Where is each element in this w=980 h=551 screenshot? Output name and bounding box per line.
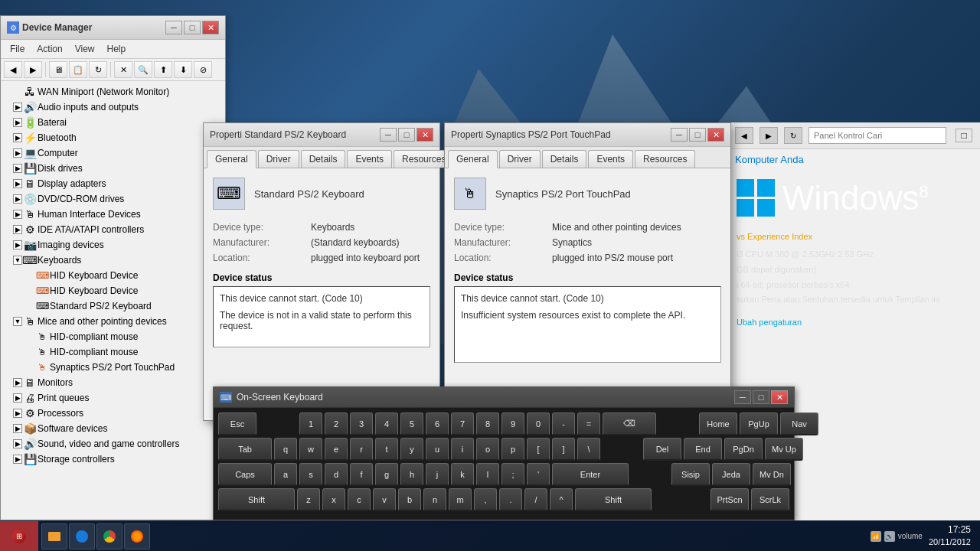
tb-properties[interactable]: 📋 <box>69 61 87 78</box>
tab-details-keyboard[interactable]: Details <box>301 150 346 168</box>
prop-maximize-keyboard[interactable]: □ <box>398 128 415 142</box>
expander-keyboards[interactable]: ▼ <box>13 256 22 265</box>
cp-change-settings-link[interactable]: Ubah pengaturan <box>737 317 971 328</box>
key-t[interactable]: t <box>375 438 398 461</box>
tb-rollback[interactable]: ⬇ <box>174 61 192 78</box>
tree-item-mice[interactable]: ▼ 🖱 Mice and other pointing devices <box>1 314 225 329</box>
tab-events-keyboard[interactable]: Events <box>347 150 392 168</box>
tree-item-wan[interactable]: 🖧 WAN Miniport (Network Monitor) <box>1 84 225 99</box>
tb-device-manager[interactable]: 🖥 <box>49 61 67 78</box>
cp-back-button[interactable]: ◀ <box>735 127 753 144</box>
prop-minimize-keyboard[interactable]: ─ <box>380 128 397 142</box>
key-mvdn[interactable]: Mv Dn <box>753 463 791 486</box>
key-7[interactable]: 7 <box>451 412 474 435</box>
menu-file[interactable]: File <box>4 41 31 57</box>
cp-forward-button[interactable]: ▶ <box>760 127 778 144</box>
expander-computer[interactable]: ▶ <box>13 148 22 158</box>
key-8[interactable]: 8 <box>476 412 499 435</box>
device-manager-maximize[interactable]: □ <box>184 21 201 34</box>
key-5[interactable]: 5 <box>400 412 423 435</box>
key-0[interactable]: 0 <box>527 412 550 435</box>
tree-item-hid-mouse-1[interactable]: 🖱 HID-compliant mouse <box>1 329 225 344</box>
tb-scan[interactable]: 🔍 <box>134 61 152 78</box>
taskbar-file-explorer[interactable] <box>41 523 67 549</box>
key-minus[interactable]: - <box>552 412 575 435</box>
tree-item-hid[interactable]: ▶ 🖱 Human Interface Devices <box>1 207 225 222</box>
key-z[interactable]: z <box>297 488 320 511</box>
taskbar-ie[interactable] <box>69 523 95 549</box>
tree-item-display[interactable]: ▶ 🖥 Display adapters <box>1 176 225 191</box>
key-quote[interactable]: ' <box>527 463 550 486</box>
start-button[interactable]: ⊞ <box>0 521 38 552</box>
tab-details-touchpad[interactable]: Details <box>542 150 587 168</box>
key-2[interactable]: 2 <box>325 412 348 435</box>
key-b[interactable]: b <box>398 488 421 511</box>
key-d[interactable]: d <box>325 463 348 486</box>
expander-processors[interactable]: ▶ <box>13 409 22 418</box>
key-esc[interactable]: Esc <box>218 412 256 435</box>
prop-close-keyboard[interactable]: ✕ <box>416 128 433 142</box>
key-backslash[interactable]: \ <box>577 438 600 461</box>
tab-driver-touchpad[interactable]: Driver <box>499 150 541 168</box>
tree-item-keyboards[interactable]: ▼ ⌨ Keyboards <box>1 253 225 268</box>
tree-item-print[interactable]: ▶ 🖨 Print queues <box>1 390 225 406</box>
key-o[interactable]: o <box>476 438 499 461</box>
tree-item-hid-kbd-1[interactable]: ⌨ HID Keyboard Device <box>1 268 225 283</box>
key-end[interactable]: End <box>684 438 722 461</box>
expander-storage[interactable]: ▶ <box>13 455 22 464</box>
osk-minimize[interactable]: ─ <box>734 390 751 404</box>
taskbar-firefox[interactable] <box>124 523 150 549</box>
key-c[interactable]: c <box>348 488 371 511</box>
key-h[interactable]: h <box>400 463 423 486</box>
prop-minimize-touchpad[interactable]: ─ <box>671 128 688 142</box>
expander-ide[interactable]: ▶ <box>13 225 22 234</box>
expander-monitors[interactable]: ▶ <box>13 378 22 387</box>
cp-experience-index[interactable]: vs Experience Index <box>737 232 971 241</box>
key-u[interactable]: u <box>426 438 449 461</box>
key-l[interactable]: l <box>476 463 499 486</box>
expander-display[interactable]: ▶ <box>13 179 22 188</box>
tree-item-software[interactable]: ▶ 📦 Software devices <box>1 421 225 436</box>
tree-item-disk[interactable]: ▶ 💾 Disk drives <box>1 161 225 176</box>
key-4[interactable]: 4 <box>375 412 398 435</box>
key-backspace[interactable]: ⌫ <box>603 412 656 435</box>
tray-lang[interactable]: volume <box>898 532 923 540</box>
key-equals[interactable]: = <box>577 412 600 435</box>
key-k[interactable]: k <box>451 463 474 486</box>
key-caps[interactable]: Caps <box>218 463 272 486</box>
key-q[interactable]: q <box>274 438 297 461</box>
key-6[interactable]: 6 <box>426 412 449 435</box>
tab-events-touchpad[interactable]: Events <box>588 150 633 168</box>
tree-item-ide[interactable]: ▶ ⚙ IDE ATA/ATAPI controllers <box>1 222 225 237</box>
key-e[interactable]: e <box>325 438 348 461</box>
key-lbracket[interactable]: [ <box>527 438 550 461</box>
osk-close[interactable]: ✕ <box>771 390 788 404</box>
menu-action[interactable]: Action <box>31 41 68 57</box>
expander-hid[interactable]: ▶ <box>13 210 22 219</box>
key-v[interactable]: v <box>373 488 396 511</box>
key-enter[interactable]: Enter <box>552 463 629 486</box>
key-pgup[interactable]: PgUp <box>740 412 778 435</box>
tree-item-bluetooth[interactable]: ▶ ⚡ Bluetooth <box>1 130 225 145</box>
key-g[interactable]: g <box>375 463 398 486</box>
tree-item-hid-mouse-2[interactable]: 🖱 HID-compliant mouse <box>1 344 225 360</box>
tree-item-storage[interactable]: ▶ 💾 Storage controllers <box>1 452 225 467</box>
taskbar-chrome[interactable] <box>96 523 122 549</box>
key-tab[interactable]: Tab <box>218 438 272 461</box>
menu-help[interactable]: Help <box>101 41 132 57</box>
tree-item-dvd[interactable]: ▶ 💿 DVD/CD-ROM drives <box>1 191 225 207</box>
tb-update[interactable]: ⬆ <box>154 61 172 78</box>
expander-bluetooth[interactable]: ▶ <box>13 133 22 142</box>
tree-item-baterai[interactable]: ▶ 🔋 Baterai <box>1 115 225 130</box>
key-lshift[interactable]: Shift <box>218 488 295 511</box>
prop-maximize-touchpad[interactable]: □ <box>689 128 706 142</box>
tb-disable[interactable]: ⊘ <box>194 61 212 78</box>
tb-uninstall[interactable]: ✕ <box>114 61 132 78</box>
key-x[interactable]: x <box>322 488 345 511</box>
tab-resources-touchpad[interactable]: Resources <box>635 150 695 168</box>
key-n[interactable]: n <box>423 488 446 511</box>
expander-disk[interactable]: ▶ <box>13 164 22 173</box>
tb-refresh[interactable]: ↻ <box>89 61 107 78</box>
expander-print[interactable]: ▶ <box>13 393 22 403</box>
key-prtscn[interactable]: PrtScn <box>710 488 749 511</box>
